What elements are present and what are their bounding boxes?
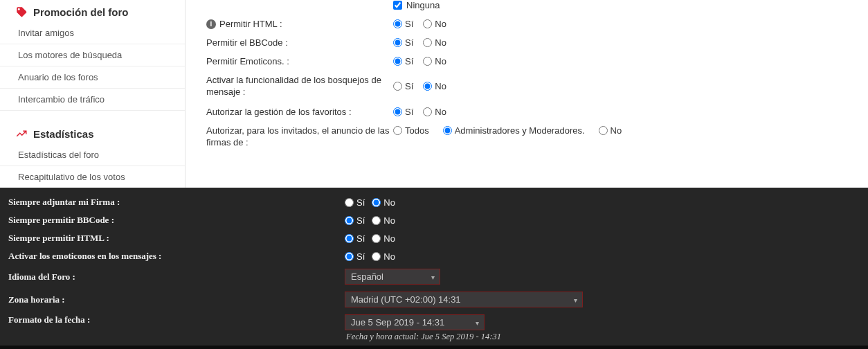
- radio-admins[interactable]: [443, 126, 452, 135]
- radio-si[interactable]: [393, 82, 402, 91]
- radio-si[interactable]: [393, 57, 402, 66]
- sidebar: Promoción del foro Invitar amigos Los mo…: [0, 0, 185, 188]
- radio-no[interactable]: [423, 19, 432, 28]
- setting-label: Idioma del Foro :: [8, 271, 345, 283]
- radio-si[interactable]: [393, 107, 402, 116]
- radio-si[interactable]: [345, 252, 354, 261]
- tag-icon: [15, 6, 28, 18]
- sidebar-section-title: Estadísticas: [33, 128, 94, 140]
- none-checkbox[interactable]: [393, 1, 402, 10]
- sidebar-item-traffic[interactable]: Intercambio de tráfico: [0, 89, 185, 111]
- sidebar-section-stats: Estadísticas: [0, 122, 185, 144]
- sidebar-item-search-engines[interactable]: Los motores de búsqueda: [0, 44, 185, 66]
- none-label: Ninguna: [406, 0, 440, 10]
- info-icon[interactable]: i: [206, 19, 216, 29]
- setting-label: Zona horaria :: [8, 294, 345, 305]
- radio-no[interactable]: [372, 234, 381, 243]
- timezone-select[interactable]: Madrid (UTC +02:00) 14:31: [345, 292, 583, 307]
- sidebar-item-directory[interactable]: Anuario de los foros: [0, 66, 185, 89]
- setting-label: Activar la funcionalidad de los bosquejo…: [206, 75, 393, 98]
- setting-label: Siempre permitir BBCode :: [8, 215, 345, 226]
- radio-si[interactable]: [345, 234, 354, 243]
- sidebar-item-votes[interactable]: Recapitulativo de los votos: [0, 166, 185, 188]
- radio-si[interactable]: [393, 38, 402, 47]
- radio-no[interactable]: [423, 82, 432, 91]
- radio-no[interactable]: [423, 57, 432, 66]
- radio-si[interactable]: [345, 198, 354, 207]
- sidebar-item-forum-stats[interactable]: Estadísticas del foro: [0, 144, 185, 166]
- setting-label: Autorizar, para los invitados, el anunci…: [206, 125, 393, 149]
- setting-label: Permitir HTML :: [219, 19, 282, 29]
- radio-si[interactable]: [393, 19, 402, 28]
- sidebar-item-invite[interactable]: Invitar amigos: [0, 22, 185, 44]
- setting-label: Formato de la fecha :: [8, 314, 345, 325]
- setting-label: Autorizar la gestión de los favoritos :: [206, 107, 352, 117]
- radio-no[interactable]: [423, 38, 432, 47]
- radio-no[interactable]: [372, 216, 381, 225]
- radio-no[interactable]: [423, 107, 432, 116]
- profile-prefs-panel: Siempre adjuntar mi Firma : Sí No Siempr…: [0, 188, 868, 346]
- date-format-select[interactable]: Jue 5 Sep 2019 - 14:31: [345, 314, 485, 330]
- radio-todos[interactable]: [393, 126, 402, 135]
- language-select[interactable]: Español: [345, 269, 440, 285]
- setting-label: Permitir el BBCode :: [206, 37, 288, 48]
- bottom-bar: Registrar Reiniciar: [0, 346, 868, 349]
- radio-no[interactable]: [599, 126, 608, 135]
- chart-icon: [15, 127, 28, 140]
- setting-label: Permitir Emoticons. :: [206, 56, 289, 66]
- sidebar-section-promo: Promoción del foro: [0, 0, 185, 22]
- setting-label: Activar los emoticonos en los mensajes :: [8, 251, 345, 262]
- radio-no[interactable]: [372, 252, 381, 261]
- setting-label: Siempre adjuntar mi Firma :: [8, 197, 345, 208]
- setting-label: Siempre permitir HTML :: [8, 233, 345, 244]
- radio-si[interactable]: [345, 216, 354, 225]
- current-datetime-text: Fecha y hora actual: Jue 5 Sep 2019 - 14…: [345, 330, 501, 342]
- radio-no[interactable]: [372, 198, 381, 207]
- settings-panel-light: Ninguna i Permitir HTML : Sí No Permitir…: [185, 0, 868, 188]
- sidebar-section-title: Promoción del foro: [33, 6, 129, 18]
